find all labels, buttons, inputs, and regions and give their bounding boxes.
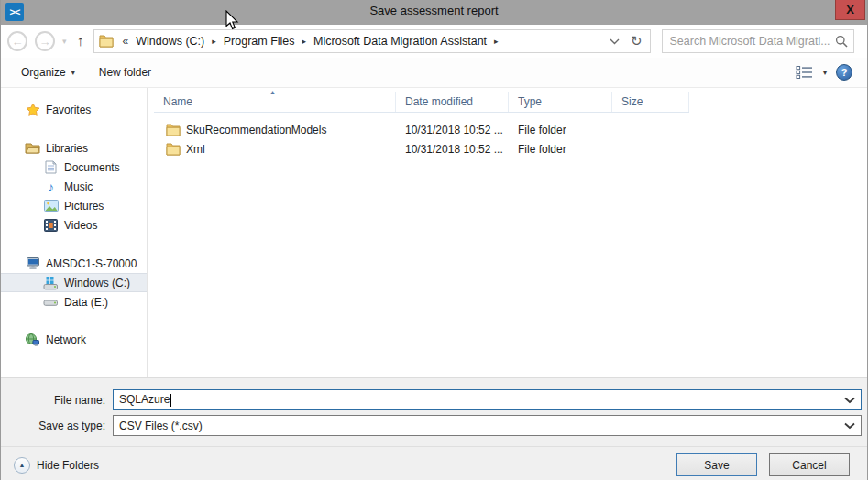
navigation-pane: Favorites Libraries: [1, 88, 148, 377]
save-dialog-window: >< Save assessment report X ← → ▾ ↑ « Wi…: [0, 0, 868, 480]
sidebar-item-favorites[interactable]: Favorites: [1, 100, 147, 119]
file-name-dropdown-icon[interactable]: [844, 394, 855, 407]
address-dropdown-icon[interactable]: [610, 35, 620, 48]
file-type: File folder: [509, 124, 612, 136]
collapse-icon: ▲: [14, 457, 30, 474]
sidebar-item-windows-c[interactable]: Windows (C:): [1, 273, 147, 292]
file-name-input[interactable]: SQLAzure: [113, 389, 862, 410]
back-button[interactable]: ←: [7, 31, 27, 51]
search-placeholder: Search Microsoft Data Migrati...: [670, 35, 835, 48]
sidebar-label: Network: [46, 333, 86, 346]
breadcrumb-separator-icon[interactable]: ▸: [299, 37, 311, 46]
list-header: ▲ Name Date modified Type Size: [154, 92, 689, 113]
sidebar-label: Documents: [64, 161, 120, 174]
sidebar-label: Data (E:): [64, 296, 108, 309]
new-folder-button[interactable]: New folder: [93, 62, 157, 82]
search-input[interactable]: Search Microsoft Data Migrati...: [662, 29, 854, 53]
recent-locations-caret-icon[interactable]: ▾: [62, 37, 67, 46]
document-icon: [43, 160, 59, 175]
breadcrumb-separator-icon[interactable]: ▸: [208, 37, 220, 46]
sidebar-item-pictures[interactable]: Pictures: [1, 196, 147, 215]
file-name-value: SQLAzure: [119, 393, 170, 406]
hide-folders-label: Hide Folders: [37, 459, 99, 472]
up-button[interactable]: ↑: [77, 33, 84, 49]
star-icon: [25, 103, 40, 117]
view-options-icon[interactable]: [796, 65, 814, 80]
table-row[interactable]: Xml 10/31/2018 10:52 ... File folder: [154, 139, 867, 158]
breadcrumb-item-dma[interactable]: Microsoft Data Migration Assistant: [310, 35, 490, 48]
sidebar-item-libraries[interactable]: Libraries: [1, 138, 147, 158]
cancel-button[interactable]: Cancel: [769, 453, 850, 476]
hide-folders-button[interactable]: ▲ Hide Folders: [14, 457, 99, 474]
save-as-type-dropdown-icon[interactable]: [844, 420, 855, 432]
file-name: Xml: [186, 143, 205, 156]
navigation-bar: ← → ▾ ↑ « Windows (C:) ▸ Program Files ▸…: [1, 25, 867, 58]
libraries-icon: [25, 141, 40, 156]
file-type: File folder: [509, 143, 612, 156]
close-button[interactable]: X: [835, 0, 865, 20]
windows-drive-icon: [43, 276, 59, 290]
sidebar-label: Windows (C:): [64, 277, 130, 289]
dialog-title: Save assessment report: [1, 4, 867, 17]
organize-caret-icon: ▾: [71, 69, 75, 77]
help-icon[interactable]: ?: [836, 64, 852, 81]
sidebar-item-data-e[interactable]: Data (E:): [1, 292, 147, 311]
save-as-type-value: CSV Files (*.csv): [119, 420, 844, 432]
sidebar-item-music[interactable]: ♪ Music: [1, 177, 147, 196]
sidebar-label: Libraries: [46, 142, 88, 155]
sidebar-item-videos[interactable]: Videos: [1, 215, 147, 235]
network-icon: [25, 333, 40, 347]
save-as-type-select[interactable]: CSV Files (*.csv): [113, 415, 862, 436]
command-bar: Organize ▾ New folder ▾ ?: [1, 58, 867, 88]
sort-ascending-icon: ▲: [269, 89, 276, 95]
organize-label: Organize: [21, 66, 66, 79]
search-icon[interactable]: [835, 35, 848, 48]
drive-icon: [43, 295, 59, 310]
picture-icon: [43, 199, 59, 213]
view-options-caret-icon[interactable]: ▾: [823, 69, 827, 77]
address-bar[interactable]: « Windows (C:) ▸ Program Files ▸ Microso…: [93, 29, 651, 53]
text-caret: [170, 394, 171, 407]
bottom-panel: File name: SQLAzure Save as type: CSV Fi…: [1, 377, 867, 480]
file-date-modified: 10/31/2018 10:52 ...: [396, 143, 509, 156]
file-list: ▲ Name Date modified Type Size SkuRecomm…: [148, 88, 867, 377]
file-date-modified: 10/31/2018 10:52 ...: [396, 124, 509, 136]
sidebar-item-documents[interactable]: Documents: [1, 158, 147, 177]
column-header-date-modified[interactable]: Date modified: [396, 92, 509, 112]
folder-icon: [166, 124, 181, 136]
music-note-icon: ♪: [43, 180, 59, 194]
computer-icon: [25, 256, 40, 271]
sidebar-item-network[interactable]: Network: [1, 330, 147, 349]
breadcrumb-item-windows-c[interactable]: Windows (C:): [132, 35, 208, 48]
footer-bar: ▲ Hide Folders Save Cancel: [1, 446, 867, 476]
save-as-type-label: Save as type:: [1, 420, 113, 432]
folder-icon: [166, 143, 181, 156]
sidebar-label: Favorites: [46, 104, 91, 116]
organize-button[interactable]: Organize ▾: [16, 62, 81, 82]
file-name-label: File name:: [1, 394, 113, 407]
title-bar: >< Save assessment report X: [1, 0, 867, 25]
sidebar-label: Music: [64, 180, 93, 193]
sidebar-label: Pictures: [64, 200, 104, 213]
sidebar-label: Videos: [64, 219, 97, 232]
breadcrumb-separator-icon[interactable]: ▸: [490, 37, 502, 46]
main-area: Favorites Libraries: [1, 88, 867, 377]
sidebar-label: AMSDC1-S-70000: [46, 257, 137, 270]
folder-icon: [99, 35, 114, 48]
refresh-icon[interactable]: ↻: [631, 33, 643, 49]
column-header-type[interactable]: Type: [509, 92, 612, 112]
forward-button[interactable]: →: [35, 31, 55, 51]
table-row[interactable]: SkuRecommendationModels 10/31/2018 10:52…: [154, 120, 867, 139]
breadcrumb-item-program-files[interactable]: Program Files: [220, 35, 299, 48]
file-name: SkuRecommendationModels: [186, 124, 326, 136]
video-icon: [43, 218, 59, 233]
column-header-size[interactable]: Size: [612, 92, 689, 112]
new-folder-label: New folder: [99, 66, 151, 79]
sidebar-item-computer[interactable]: AMSDC1-S-70000: [1, 254, 147, 273]
breadcrumb-overflow[interactable]: «: [123, 35, 129, 48]
save-button[interactable]: Save: [676, 453, 757, 476]
